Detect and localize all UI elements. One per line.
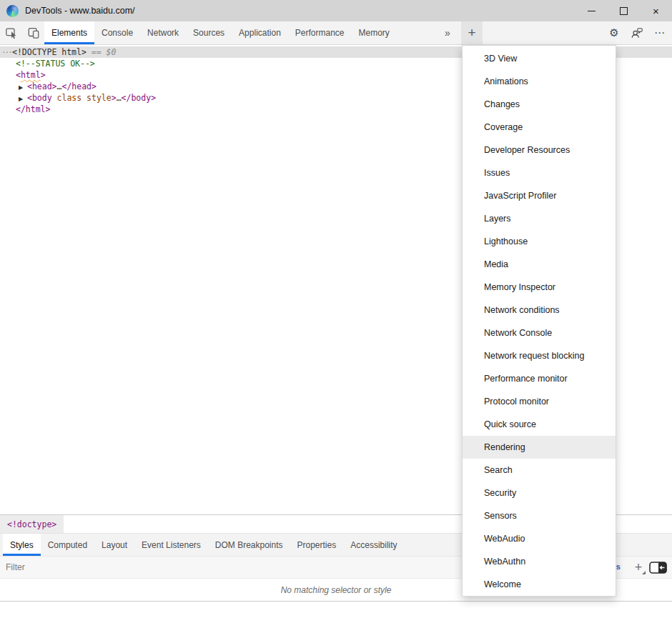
code-segment: class style xyxy=(52,93,112,103)
menu-item-coverage[interactable]: Coverage xyxy=(463,116,616,139)
tab-network[interactable]: Network xyxy=(140,21,186,44)
menu-item-webaudio[interactable]: WebAudio xyxy=(463,527,616,550)
code-segment: > xyxy=(41,70,46,80)
inspect-element-button[interactable] xyxy=(0,21,22,44)
menu-item-network-console[interactable]: Network Console xyxy=(463,322,616,344)
tab-styles[interactable]: Styles xyxy=(3,534,41,556)
devtools-toolbar: ElementsConsoleNetworkSourcesApplication… xyxy=(0,21,672,45)
settings-button[interactable]: ⚙ xyxy=(608,26,621,39)
tab-elements[interactable]: Elements xyxy=(44,21,94,44)
more-tools-menu: 3D ViewAnimationsChangesCoverageDevelope… xyxy=(462,45,616,597)
feedback-button[interactable] xyxy=(631,26,643,39)
code-segment: <!--STATUS OK--> xyxy=(16,59,95,69)
menu-item-network-request-blocking[interactable]: Network request blocking xyxy=(463,344,616,367)
menu-item-quick-source[interactable]: Quick source xyxy=(463,413,616,436)
plus-icon: + xyxy=(468,25,475,41)
more-tabs-button[interactable]: » xyxy=(438,21,458,44)
minimize-button[interactable] xyxy=(575,0,608,21)
menu-item-3d-view[interactable]: 3D View xyxy=(463,47,616,70)
code-segment: <!DOCTYPE html> xyxy=(12,47,87,57)
menu-item-animations[interactable]: Animations xyxy=(463,70,616,93)
code-segment: </html> xyxy=(16,104,50,114)
tab-properties[interactable]: Properties xyxy=(290,534,344,556)
menu-item-welcome[interactable]: Welcome xyxy=(463,573,616,596)
maximize-button[interactable] xyxy=(608,0,640,21)
empty-styles-message: No matching selector or style xyxy=(281,585,392,595)
ellipsis-icon: ⋯ xyxy=(654,26,666,39)
device-emulation-button[interactable] xyxy=(22,21,44,44)
breadcrumb-item-doctype[interactable]: <!doctype> xyxy=(0,515,64,533)
code-segment: <body xyxy=(27,93,52,103)
window-titlebar: DevTools - www.baidu.com/ × xyxy=(0,0,672,21)
code-segment: > xyxy=(112,93,117,103)
tab-accessibility[interactable]: Accessibility xyxy=(343,534,404,556)
code-segment: </body> xyxy=(122,93,156,103)
menu-item-lighthouse[interactable]: Lighthouse xyxy=(463,230,616,253)
window-controls: × xyxy=(575,0,672,21)
close-button[interactable]: × xyxy=(640,0,672,21)
menu-item-rendering[interactable]: Rendering xyxy=(463,436,616,459)
menu-item-memory-inspector[interactable]: Memory Inspector xyxy=(463,276,616,299)
styles-filter-input[interactable]: Filter xyxy=(0,562,25,572)
close-icon: × xyxy=(653,6,659,16)
code-segment: </head> xyxy=(61,81,96,91)
device-emulation-icon xyxy=(27,26,40,39)
toolbar-right-actions: ⚙ ⋯ xyxy=(608,21,666,44)
tab-performance[interactable]: Performance xyxy=(288,21,352,44)
menu-item-media[interactable]: Media xyxy=(463,253,616,276)
menu-item-issues[interactable]: Issues xyxy=(463,161,616,184)
tab-computed[interactable]: Computed xyxy=(41,534,94,556)
code-segment: == $0 xyxy=(87,47,117,57)
tab-dom-breakpoints[interactable]: DOM Breakpoints xyxy=(208,534,290,556)
sidebar-toggle-icon xyxy=(649,562,668,574)
panel-tabs: ElementsConsoleNetworkSourcesApplication… xyxy=(44,21,397,44)
code-segment: … xyxy=(117,93,122,103)
code-segment: html xyxy=(21,70,41,80)
menu-item-network-conditions[interactable]: Network conditions xyxy=(463,299,616,322)
tab-layout[interactable]: Layout xyxy=(94,534,134,556)
computed-sidebar-toggle-button[interactable] xyxy=(649,562,668,574)
menu-item-webauthn[interactable]: WebAuthn xyxy=(463,550,616,573)
feedback-icon xyxy=(631,26,643,39)
more-options-button[interactable]: ⋯ xyxy=(653,26,666,39)
tab-sources[interactable]: Sources xyxy=(186,21,232,44)
menu-item-layers[interactable]: Layers xyxy=(463,207,616,230)
code-segment: <head> xyxy=(27,81,57,91)
tab-event-listeners[interactable]: Event Listeners xyxy=(134,534,208,556)
menu-item-performance-monitor[interactable]: Performance monitor xyxy=(463,367,616,390)
menu-item-sensors[interactable]: Sensors xyxy=(463,504,616,527)
chevron-double-right-icon: » xyxy=(445,27,450,39)
menu-item-developer-resources[interactable]: Developer Resources xyxy=(463,139,616,161)
devtools-window: DevTools - www.baidu.com/ × xyxy=(0,0,672,643)
add-style-rule-plus-icon: + xyxy=(635,560,643,574)
code-segment: < xyxy=(16,70,21,80)
minimize-icon xyxy=(588,11,596,11)
menu-item-javascript-profiler[interactable]: JavaScript Profiler xyxy=(463,184,616,207)
menu-item-security[interactable]: Security xyxy=(463,482,616,504)
tab-console[interactable]: Console xyxy=(94,21,140,44)
menu-item-changes[interactable]: Changes xyxy=(463,93,616,116)
maximize-icon xyxy=(620,7,628,15)
tab-application[interactable]: Application xyxy=(232,21,288,44)
menu-item-protocol-monitor[interactable]: Protocol monitor xyxy=(463,390,616,413)
tab-memory[interactable]: Memory xyxy=(352,21,397,44)
inspect-icon xyxy=(5,26,18,39)
menu-item-search[interactable]: Search xyxy=(463,459,616,482)
row-menu-dots-icon[interactable]: ··· xyxy=(1,47,12,59)
gear-icon: ⚙ xyxy=(609,26,618,39)
new-style-rule-button[interactable]: + xyxy=(631,559,646,576)
edge-logo-icon xyxy=(6,5,19,17)
dropdown-corner-triangle-icon xyxy=(642,571,646,574)
more-tools-button[interactable]: + xyxy=(461,21,483,44)
window-title: DevTools - www.baidu.com/ xyxy=(25,6,135,16)
